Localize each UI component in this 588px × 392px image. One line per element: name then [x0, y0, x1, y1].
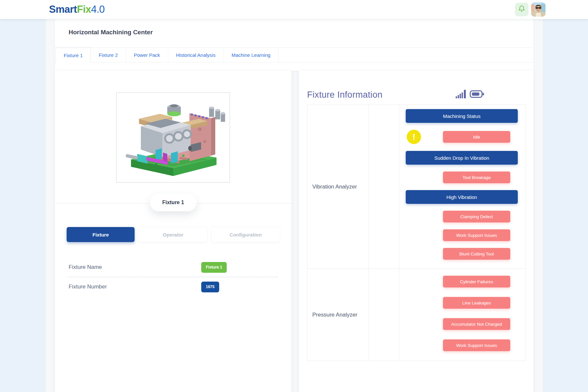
tab-machine-learning[interactable]: Machine Learning — [224, 48, 279, 62]
alert-button-blunt-cutting-tool[interactable]: Blunt Cutting Tool — [443, 248, 510, 260]
status-button-machining-status[interactable]: Machining Status — [406, 109, 518, 123]
alert-button-tool-breakage[interactable]: Tool Breakage — [443, 172, 510, 183]
analyzer-table: Vibration AnalyzerMachining Status!IdleS… — [307, 105, 526, 361]
info-panel-title: Fixture Information — [307, 90, 383, 100]
app-bar: SmartFix4.0 — [0, 0, 588, 19]
page-body: Horizontal Machining Center Fixture 1Fix… — [46, 19, 543, 392]
empty-cell — [369, 105, 399, 269]
fixture-fields: Fixture NameFixture 1Fixture Number1675 — [55, 260, 291, 294]
fixture-image — [116, 92, 230, 183]
status-button-high-vibration[interactable]: High Vibration — [406, 190, 518, 204]
field-value-badge: 1675 — [201, 282, 219, 292]
alert-button-accumulator-not-charged[interactable]: Accumulator Not Charged — [443, 318, 510, 330]
caption-zone: Fixture 1 — [55, 183, 291, 227]
alert-button-work-support-issues[interactable]: Work Support Issues — [443, 229, 510, 241]
battery-icon — [470, 90, 484, 99]
fixture-information-card: Fixture Information — [299, 71, 533, 392]
header-card: Horizontal Machining Center Fixture 1Fix… — [55, 19, 533, 71]
logo-part-version: 4.0 — [91, 4, 105, 15]
subtab-operator[interactable]: Operator — [139, 227, 207, 242]
tab-fixture-1[interactable]: Fixture 1 — [56, 48, 91, 62]
alert-button-clamping-defect[interactable]: Clamping Defect — [443, 211, 510, 222]
analyzer-actions-vibration-analyzer: Machining Status!IdleSudden Drop In Vibr… — [399, 105, 526, 269]
analyzer-label-vibration-analyzer: Vibration Analyzer — [307, 105, 369, 269]
notifications-button[interactable] — [515, 3, 529, 16]
analyzer-actions-pressure-analyzer: Cylinder FailuresLine LeakagesAccumulato… — [399, 269, 526, 361]
dotted-divider — [69, 277, 278, 277]
signal-icon — [456, 90, 467, 100]
fixture-card: Fixture 1 FixtureOperatorConfiguration F… — [55, 71, 291, 392]
alert-button-work-support-issues[interactable]: Work Support Issues — [443, 339, 510, 351]
tab-power-pack[interactable]: Power Pack — [126, 48, 168, 62]
field-row-fixture-number: Fixture Number1675 — [55, 279, 291, 294]
alert-button-line-leakages[interactable]: Line Leakages — [443, 297, 510, 309]
alert-button-idle[interactable]: Idle — [443, 131, 510, 143]
alert-button-cylinder-failures[interactable]: Cylinder Failures — [443, 276, 510, 287]
status-icons — [456, 90, 484, 100]
logo-part-fix: Fix — [77, 4, 91, 15]
field-value-badge: Fixture 1 — [201, 262, 227, 273]
subtab-configuration[interactable]: Configuration — [212, 227, 280, 242]
fixture-caption: Fixture 1 — [150, 194, 197, 211]
user-avatar[interactable] — [531, 2, 546, 17]
field-label: Fixture Name — [69, 264, 201, 270]
warning-row: !Idle — [406, 130, 518, 144]
field-label: Fixture Number — [69, 284, 201, 290]
subtab-fixture[interactable]: Fixture — [67, 227, 135, 242]
empty-cell — [369, 269, 399, 361]
logo-part-smart: Smart — [49, 4, 77, 15]
status-button-sudden-drop-in-vibration[interactable]: Sudden Drop In Vibration — [406, 151, 518, 165]
app-logo: SmartFix4.0 — [49, 4, 105, 15]
warning-icon: ! — [407, 130, 421, 144]
bell-icon — [518, 5, 525, 14]
main-tabs: Fixture 1Fixture 2Power PackHistorical A… — [55, 47, 533, 62]
field-row-fixture-name: Fixture NameFixture 1 — [55, 260, 291, 275]
analyzer-label-pressure-analyzer: Pressure Analyzer — [307, 269, 369, 361]
fixture-subtabs: FixtureOperatorConfiguration — [55, 227, 291, 242]
tab-fixture-2[interactable]: Fixture 2 — [91, 48, 126, 62]
tab-historical-analysis[interactable]: Historical Analysis — [168, 48, 224, 62]
page-title: Horizontal Machining Center — [69, 29, 153, 36]
